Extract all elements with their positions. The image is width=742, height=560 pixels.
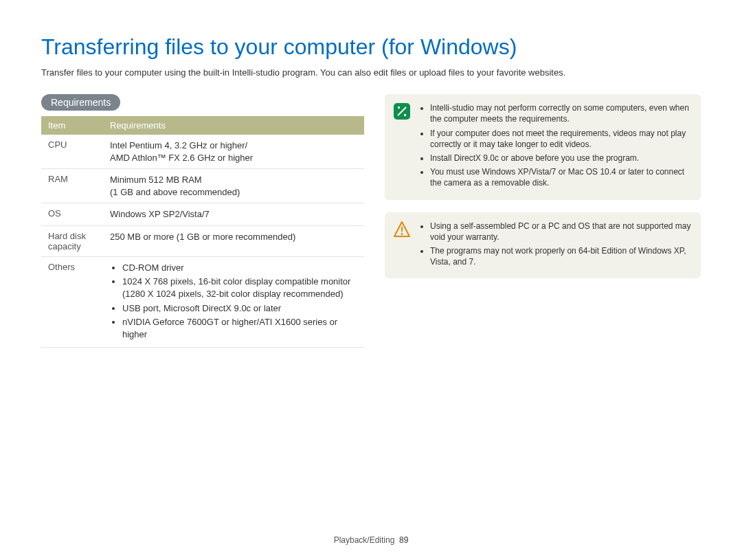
table-row: OS Windows XP SP2/Vista/7 (41, 203, 364, 226)
text: Minimum 512 MB RAM (110, 174, 357, 186)
list-item: Install DirectX 9.0c or above before you… (430, 153, 691, 164)
note-box-warning: Using a self-assembled PC or a PC and OS… (385, 212, 701, 279)
footer-page-number: 89 (399, 535, 408, 545)
list-item: You must use Windows XP/Vista/7 or Mac O… (430, 166, 691, 188)
text: Windows XP SP2/Vista/7 (110, 208, 357, 221)
list-item: nVIDIA Geforce 7600GT or higher/ATI X160… (122, 316, 357, 340)
cell-req: CD-ROM driver 1024 X 768 pixels, 16-bit … (103, 256, 364, 347)
cell-req: Minimum 512 MB RAM (1 GB and above recom… (103, 169, 364, 203)
table-row: Others CD-ROM driver 1024 X 768 pixels, … (41, 256, 364, 347)
cell-req: Windows XP SP2/Vista/7 (103, 203, 364, 226)
list-item: 1024 X 768 pixels, 16-bit color display … (122, 276, 357, 300)
warning-list: Using a self-assembled PC or a PC and OS… (419, 221, 691, 268)
list-item: CD-ROM driver (122, 262, 357, 274)
cell-req: 250 MB or more (1 GB or more recommended… (103, 225, 364, 256)
two-column-layout: Requirements Item Requirements CPU Intel… (41, 94, 701, 348)
svg-point-4 (401, 233, 403, 235)
table-header-item: Item (41, 116, 103, 135)
table-row: CPU Intel Pentium 4, 3.2 GHz or higher/ … (41, 135, 364, 169)
svg-rect-1 (398, 107, 400, 109)
bullet-list: CD-ROM driver 1024 X 768 pixels, 16-bit … (110, 262, 357, 340)
cell-item: CPU (41, 135, 103, 169)
svg-rect-2 (404, 114, 406, 116)
list-item: The programs may not work properly on 64… (430, 245, 691, 267)
intro-paragraph: Transfer files to your computer using th… (41, 67, 701, 79)
footer-section: Playback/Editing (334, 535, 395, 545)
cell-req: Intel Pentium 4, 3.2 GHz or higher/ AMD … (103, 135, 364, 169)
text: AMD Athlon™ FX 2.6 GHz or higher (110, 152, 357, 164)
page-title: Transferring files to your computer (for… (41, 34, 701, 60)
document-page: Transferring files to your computer (for… (0, 0, 742, 560)
cell-item: OS (41, 203, 103, 226)
list-item: If your computer does not meet the requi… (430, 128, 691, 150)
right-column: Intelli-studio may not perform correctly… (385, 94, 701, 348)
table-row: Hard disk capacity 250 MB or more (1 GB … (41, 225, 364, 256)
list-item: Using a self-assembled PC or a PC and OS… (430, 221, 691, 243)
table-row: RAM Minimum 512 MB RAM (1 GB and above r… (41, 169, 364, 203)
left-column: Requirements Item Requirements CPU Intel… (41, 94, 364, 348)
text: 250 MB or more (1 GB or more recommended… (110, 231, 357, 243)
warning-icon (393, 221, 411, 238)
list-item: Intelli-studio may not perform correctly… (430, 102, 691, 124)
cell-item: RAM (41, 169, 103, 203)
page-footer: Playback/Editing 89 (0, 535, 742, 545)
section-heading-pill: Requirements (41, 94, 120, 111)
cell-item: Hard disk capacity (41, 225, 103, 256)
requirements-table: Item Requirements CPU Intel Pentium 4, 3… (41, 116, 364, 348)
note-icon (393, 102, 411, 120)
text: (1 GB and above recommended) (110, 186, 357, 199)
text: Intel Pentium 4, 3.2 GHz or higher/ (110, 139, 357, 152)
cell-item: Others (41, 256, 103, 347)
list-item: USB port, Microsoft DirectX 9.0c or late… (122, 302, 357, 315)
note-box-info: Intelli-studio may not perform correctly… (385, 94, 701, 199)
table-header-req: Requirements (103, 116, 364, 135)
note-list: Intelli-studio may not perform correctly… (419, 102, 691, 188)
